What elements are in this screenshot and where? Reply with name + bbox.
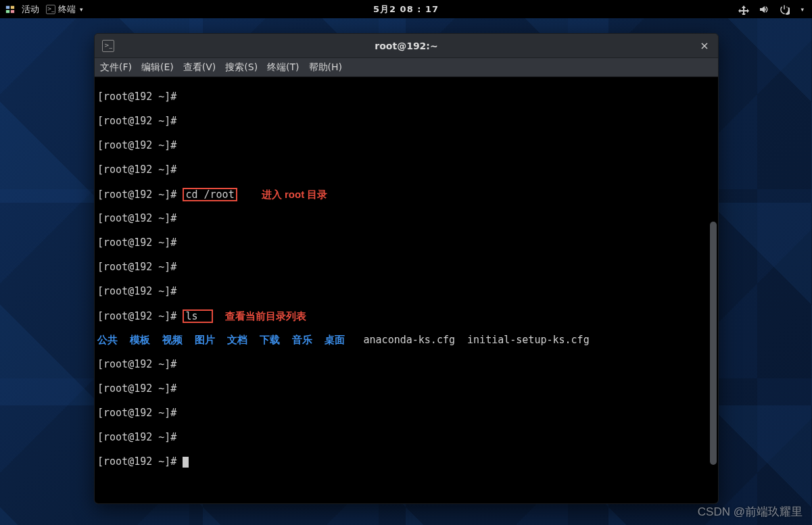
dir-item: 文档 [227,334,247,346]
network-icon[interactable] [738,4,749,15]
prompt: [root@192 ~]# [97,164,176,176]
command-cd: cd /root [185,189,234,201]
ls-output-line: 公共 模板 视频 图片 文档 下载 音乐 桌面 anaconda-ks.cfg … [97,334,709,346]
panel-left: 活动 >_ 终端 ▾ [0,3,83,16]
menu-search[interactable]: 搜索(S) [225,61,258,74]
prompt: [root@192 ~]# [97,91,176,103]
command-ls: ls [185,310,197,322]
panel-clock[interactable]: 5月2 08 : 17 [373,3,439,16]
annotation-ls: 查看当前目录列表 [225,310,306,322]
watermark: CSDN @前端玖耀里 [698,504,803,520]
terminal-content[interactable]: [root@192 ~]# [root@192 ~]# [root@192 ~]… [95,77,709,503]
menu-file[interactable]: 文件(F) [100,61,132,74]
menu-bar: 文件(F) 编辑(E) 查看(V) 搜索(S) 终端(T) 帮助(H) [95,58,718,77]
file-item: initial-setup-ks.cfg [467,334,590,346]
prompt: [root@192 ~]# [97,212,176,224]
activities-label[interactable]: 活动 [22,3,39,16]
prompt: [root@192 ~]# [97,431,176,443]
prompt: [root@192 ~]# [97,285,176,297]
dir-item: 图片 [195,334,215,346]
dir-item: 视频 [162,334,183,346]
prompt: [root@192 ~]# [97,407,176,419]
close-button[interactable]: × [691,39,718,52]
terminal-area[interactable]: [root@192 ~]# [root@192 ~]# [root@192 ~]… [95,77,718,503]
terminal-window: root@192:~ × 文件(F) 编辑(E) 查看(V) 搜索(S) 终端(… [94,33,719,504]
command-cd-box: cd /root [183,188,237,201]
dir-item: 下载 [260,334,280,346]
menu-edit[interactable]: 编辑(E) [141,61,174,74]
dir-item: 音乐 [292,334,312,346]
scrollbar-thumb[interactable] [710,222,717,465]
window-title: root@192:~ [375,41,437,51]
app-menu[interactable]: >_ 终端 ▾ [46,3,83,16]
dir-item: 公共 [97,334,118,346]
activities-icon[interactable] [5,5,15,14]
menu-terminal[interactable]: 终端(T) [267,61,299,74]
panel-right: ▾ [738,4,812,15]
prompt: [root@192 ~]# [97,358,176,370]
command-ls-box: ls [183,309,212,323]
file-item: anaconda-ks.cfg [364,334,455,346]
svg-rect-3 [11,9,14,12]
gnome-top-panel: 活动 >_ 终端 ▾ 5月2 08 : 17 ▾ [0,0,812,18]
svg-rect-2 [6,9,9,12]
scrollbar[interactable] [710,80,717,501]
chevron-down-icon: ▾ [80,6,83,13]
prompt: [root@192 ~]# [97,310,176,322]
terminal-icon: >_ [46,5,55,14]
prompt: [root@192 ~]# [97,115,176,127]
svg-rect-0 [6,5,9,8]
dir-item: 模板 [130,334,150,346]
cursor-icon [183,457,189,468]
app-menu-label: 终端 [58,3,76,16]
prompt: [root@192 ~]# [97,236,176,249]
menu-help[interactable]: 帮助(H) [309,61,342,74]
prompt: [root@192 ~]# [97,455,176,468]
window-icon [95,40,122,52]
prompt: [root@192 ~]# [97,261,176,273]
svg-rect-1 [11,5,14,8]
prompt: [root@192 ~]# [97,382,176,395]
volume-icon[interactable] [759,4,769,15]
prompt: [root@192 ~]# [97,139,176,151]
dir-item: 桌面 [325,334,345,346]
menu-view[interactable]: 查看(V) [183,61,216,74]
power-icon[interactable] [779,4,790,15]
chevron-down-icon: ▾ [801,6,804,13]
prompt: [root@192 ~]# [97,189,176,201]
annotation-cd: 进入 root 目录 [262,189,328,200]
window-titlebar[interactable]: root@192:~ × [95,34,718,58]
